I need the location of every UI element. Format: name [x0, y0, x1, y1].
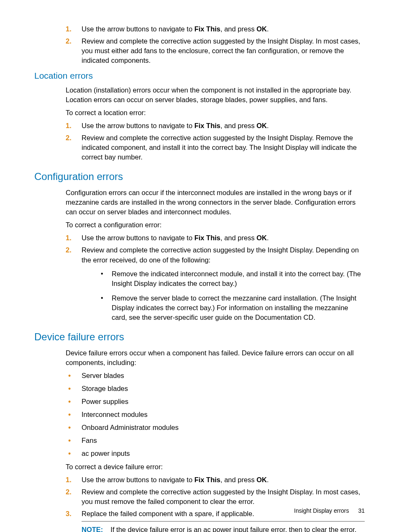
step-number: 1. — [66, 475, 72, 485]
intro-steps: 1. Use the arrow buttons to navigate to … — [66, 24, 365, 65]
page-number: 31 — [358, 507, 365, 514]
step-text: Use the arrow buttons to navigate to Fix… — [82, 25, 269, 33]
note-text: If the device failure error is an ac pow… — [82, 526, 356, 532]
step-text: Replace the failed component with a spar… — [82, 510, 254, 517]
step-text: Review and complete the corrective actio… — [82, 488, 360, 505]
paragraph: To correct a device failure error: — [66, 462, 365, 472]
sub-list: Remove the indicated interconnect module… — [97, 269, 365, 322]
step-text: Use the arrow buttons to navigate to Fix… — [82, 234, 269, 242]
list-item: 2. Review and complete the corrective ac… — [66, 36, 365, 65]
sub-item: Remove the indicated interconnect module… — [97, 269, 365, 288]
step-number: 1. — [66, 24, 72, 34]
note-label: NOTE: — [82, 526, 103, 532]
list-item: 1. Use the arrow buttons to navigate to … — [66, 233, 365, 243]
component-list: Server blades Storage blades Power suppl… — [66, 371, 365, 459]
list-item: Onboard Administrator modules — [66, 423, 365, 432]
step-text: Review and complete the corrective actio… — [82, 37, 360, 64]
page-footer: Insight Display errors 31 — [294, 507, 365, 515]
list-item: Server blades — [66, 371, 365, 380]
list-item: Power supplies — [66, 397, 365, 406]
paragraph: Device failure errors occur when a compo… — [66, 348, 365, 368]
list-item: Storage blades — [66, 384, 365, 393]
list-item: Interconnect modules — [66, 410, 365, 419]
step-text: Review and complete the corrective actio… — [82, 246, 359, 263]
heading-configuration-errors: Configuration errors — [34, 170, 365, 184]
list-item: 1. Use the arrow buttons to navigate to … — [66, 121, 365, 131]
step-number: 2. — [66, 133, 72, 143]
paragraph: To correct a configuration error: — [66, 220, 365, 230]
heading-location-errors: Location errors — [34, 69, 365, 82]
paragraph: Configuration errors can occur if the in… — [66, 188, 365, 217]
step-number: 1. — [66, 233, 72, 243]
list-item: 1. Use the arrow buttons to navigate to … — [66, 24, 365, 34]
configuration-steps: 1. Use the arrow buttons to navigate to … — [66, 233, 365, 322]
step-text: Use the arrow buttons to navigate to Fix… — [82, 122, 269, 129]
footer-text: Insight Display errors — [294, 507, 349, 514]
step-text: Review and complete the corrective actio… — [82, 134, 357, 161]
sub-item: Remove the server blade to correct the m… — [97, 293, 365, 322]
list-item: 2. Review and complete the corrective ac… — [66, 133, 365, 162]
step-number: 2. — [66, 245, 72, 255]
step-number: 2. — [66, 36, 72, 46]
heading-device-failure-errors: Device failure errors — [34, 330, 365, 344]
list-item: 1. Use the arrow buttons to navigate to … — [66, 475, 365, 485]
location-steps: 1. Use the arrow buttons to navigate to … — [66, 121, 365, 162]
list-item: Fans — [66, 436, 365, 445]
list-item: 2. Review and complete the corrective ac… — [66, 245, 365, 322]
step-number: 3. — [66, 509, 72, 519]
step-number: 1. — [66, 121, 72, 131]
step-number: 2. — [66, 487, 72, 497]
paragraph: Location (installation) errors occur whe… — [66, 85, 365, 105]
list-item: 2. Review and complete the corrective ac… — [66, 487, 365, 506]
step-text: Use the arrow buttons to navigate to Fix… — [82, 476, 269, 483]
list-item: ac power inputs — [66, 449, 365, 458]
note-box: NOTE:If the device failure error is an a… — [82, 521, 365, 532]
paragraph: To correct a location error: — [66, 108, 365, 118]
